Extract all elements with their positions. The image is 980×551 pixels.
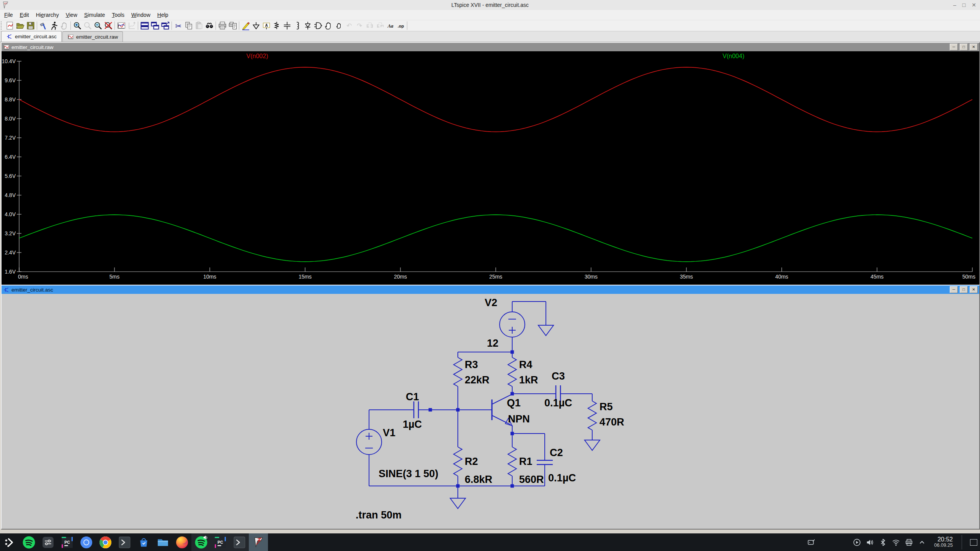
toolbar-handle[interactable] [1, 21, 3, 30]
zoom-in-button[interactable] [72, 21, 82, 31]
tile-vertical-button[interactable] [150, 21, 160, 31]
run-button[interactable] [49, 21, 59, 31]
sch-close-icon[interactable]: ✕ [970, 286, 978, 293]
menu-hierarchy[interactable]: Hierarchy [33, 11, 62, 19]
menu-view[interactable]: View [62, 11, 81, 19]
copy-button[interactable] [183, 21, 194, 31]
value-R5[interactable]: 470R [599, 416, 624, 428]
move-button[interactable] [323, 21, 333, 31]
wire-button[interactable] [240, 21, 251, 31]
bluetooth-icon[interactable] [879, 538, 887, 546]
zoom-full-extents-button[interactable] [103, 21, 113, 31]
wf-maximize-icon[interactable]: □ [960, 44, 968, 51]
taskbar-terminal-running[interactable] [230, 533, 249, 551]
menu-edit[interactable]: Edit [16, 11, 33, 19]
value-V2[interactable]: 12 [487, 337, 498, 349]
show-desktop-button[interactable] [967, 533, 980, 551]
label-C3[interactable]: C3 [552, 370, 565, 382]
sch-minimize-icon[interactable]: ─ [950, 286, 958, 293]
print-button[interactable] [217, 21, 227, 31]
tablet-icon[interactable] [807, 538, 815, 546]
label-R1[interactable]: R1 [519, 456, 532, 467]
component-V1-symbol[interactable] [356, 429, 382, 455]
net-label-button[interactable]: A [261, 21, 271, 31]
label-C1[interactable]: C1 [406, 391, 419, 403]
label-V2[interactable]: V2 [485, 297, 497, 308]
printer-icon[interactable] [905, 538, 913, 546]
wf-minimize-icon[interactable]: ─ [950, 44, 958, 51]
plot-settings-button[interactable] [116, 21, 126, 31]
tile-horizontal-button[interactable] [139, 21, 150, 31]
value-C1[interactable]: 1µC [403, 419, 422, 430]
component-C1-symbol[interactable] [414, 401, 418, 418]
trace-label-V(n004)[interactable]: V(n004) [723, 53, 745, 59]
component-V2-symbol[interactable] [500, 312, 525, 337]
ground-button[interactable] [251, 21, 261, 31]
menu-file[interactable]: File [1, 11, 16, 19]
component-button[interactable] [313, 21, 323, 31]
zoom-out-button[interactable] [93, 21, 103, 31]
wifi-icon[interactable] [892, 538, 900, 546]
save-button[interactable] [25, 21, 36, 31]
waveform-titlebar[interactable]: emitter_circuit.raw ─ □ ✕ [2, 43, 979, 51]
taskbar-app-launcher[interactable] [0, 533, 19, 551]
label-C2[interactable]: C2 [550, 447, 563, 458]
close-icon[interactable]: ✕ [972, 2, 976, 8]
inductor-button[interactable] [292, 21, 302, 31]
print-preview-button[interactable] [227, 21, 238, 31]
taskbar-file-manager[interactable] [153, 533, 172, 551]
taskbar-ltspice-running[interactable] [249, 533, 268, 551]
minimize-icon[interactable]: – [953, 2, 956, 8]
value-V1[interactable]: SINE(3 1 50) [379, 468, 438, 479]
taskbar-firefox[interactable] [172, 533, 191, 551]
wf-close-icon[interactable]: ✕ [970, 44, 978, 51]
component-R2-symbol[interactable] [454, 447, 462, 476]
label-V1[interactable]: V1 [383, 427, 395, 439]
text-button[interactable]: Aa [385, 21, 395, 31]
label-R2[interactable]: R2 [465, 456, 478, 467]
resistor-button[interactable] [271, 21, 282, 31]
tab-emitter_circuit.asc[interactable]: emitter_circuit.asc [1, 31, 62, 42]
menu-tools[interactable]: Tools [108, 11, 128, 19]
taskbar-settings[interactable] [38, 533, 57, 551]
component-R3-symbol[interactable] [454, 357, 462, 386]
capacitor-button[interactable] [282, 21, 292, 31]
control-panel-button[interactable] [38, 21, 49, 31]
taskbar-software-store[interactable] [134, 533, 153, 551]
new-schematic-button[interactable] [5, 21, 15, 31]
find-button[interactable] [204, 21, 214, 31]
component-R5-symbol[interactable] [588, 401, 596, 430]
tray-expand-icon[interactable] [918, 538, 926, 546]
volume-icon[interactable] [866, 538, 874, 546]
cascade-button[interactable] [160, 21, 170, 31]
taskbar-chromium[interactable] [77, 533, 96, 551]
value-C2[interactable]: 0.1µC [548, 472, 576, 484]
menu-help[interactable]: Help [154, 11, 172, 19]
schematic-titlebar[interactable]: emitter_circuit.asc ─ □ ✕ [2, 285, 979, 294]
label-Q1[interactable]: Q1 [507, 397, 521, 409]
component-C2-symbol[interactable] [537, 460, 553, 465]
taskbar-spotify[interactable] [19, 533, 38, 551]
taskbar-pycharm[interactable]: PC [57, 533, 77, 551]
value-R2[interactable]: 6.8kR [465, 474, 492, 485]
taskbar-terminal[interactable] [115, 533, 134, 551]
spice-directive-text[interactable]: .tran 50m [356, 509, 402, 521]
value-R4[interactable]: 1kR [519, 374, 538, 386]
taskbar-chrome[interactable] [96, 533, 115, 551]
plot-area[interactable]: 10.4V9.6V8.8V8.0V7.2V6.4V5.6V4.8V4.0V3.2… [2, 51, 979, 283]
ground-symbol[interactable] [538, 325, 554, 336]
menu-window[interactable]: Window [128, 11, 154, 19]
component-R1-symbol[interactable] [508, 447, 516, 476]
maximize-icon[interactable]: □ [962, 2, 965, 8]
value-R3[interactable]: 22kR [465, 374, 490, 386]
clock[interactable]: 20:52 06.09.25 [934, 536, 953, 548]
cut-button[interactable]: ✂ [173, 21, 183, 31]
value-R1[interactable]: 560R [519, 474, 544, 485]
media-play-icon[interactable] [853, 538, 861, 546]
component-R4-symbol[interactable] [508, 357, 516, 386]
label-R4[interactable]: R4 [519, 359, 532, 370]
open-button[interactable] [15, 21, 25, 31]
taskbar-pycharm-running[interactable]: PC [211, 533, 230, 551]
ground-symbol[interactable] [450, 498, 466, 509]
sch-maximize-icon[interactable]: □ [960, 286, 968, 293]
